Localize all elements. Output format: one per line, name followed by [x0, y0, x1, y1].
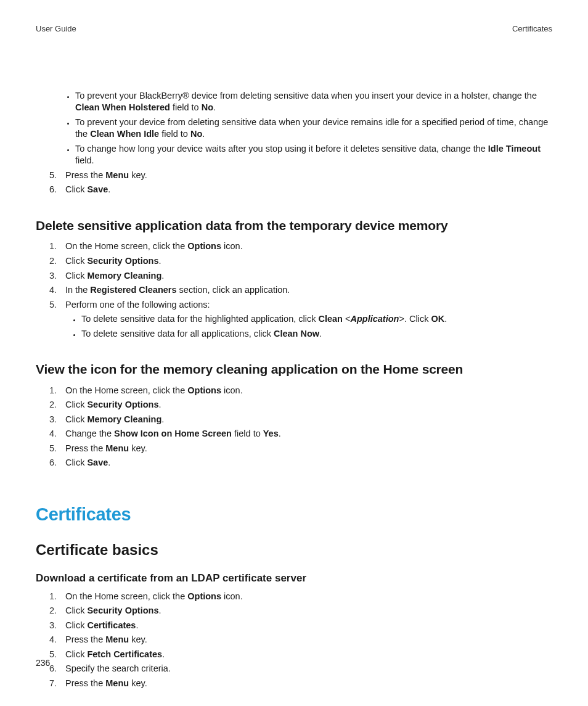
list-item: To prevent your BlackBerry® device from … — [75, 90, 552, 114]
list-item: On the Home screen, click the Options ic… — [59, 240, 552, 253]
list-item: Press the Menu key. — [59, 634, 552, 646]
section-heading-delete-memory: Delete sensitive application data from t… — [36, 217, 552, 234]
list-item: Click Save. — [59, 184, 552, 196]
sec3-steps: On the Home screen, click the Options ic… — [36, 591, 552, 690]
list-item: Press the Menu key. — [59, 443, 552, 455]
list-item: Click Certificates. — [59, 620, 552, 632]
list-item: Change the Show Icon on Home Screen fiel… — [59, 428, 552, 440]
section-heading-view-icon: View the icon for the memory cleaning ap… — [36, 361, 552, 378]
list-item: Specify the search criteria. — [59, 663, 552, 675]
list-item: Click Memory Cleaning. — [59, 270, 552, 282]
list-item: Click Fetch Certificates. — [59, 649, 552, 661]
list-item: In the Registered Cleaners section, clic… — [59, 284, 552, 297]
list-item: Click Security Options. — [59, 399, 552, 411]
list-item: On the Home screen, click the Options ic… — [59, 385, 552, 397]
sec1-steps: On the Home screen, click the Options ic… — [36, 240, 552, 340]
list-item: To prevent your device from deleting sen… — [75, 117, 552, 141]
list-item: Click Security Options. — [59, 255, 552, 268]
topic-heading-download-ldap: Download a certificate from an LDAP cert… — [36, 572, 552, 586]
list-item: Press the Menu key. — [59, 678, 552, 690]
list-item: On the Home screen, click the Options ic… — [59, 591, 552, 603]
sec2-steps: On the Home screen, click the Options ic… — [36, 385, 552, 469]
sec1-sub-bullets: To delete sensitive data for the highlig… — [65, 313, 552, 340]
list-item: Press the Menu key. — [59, 170, 552, 182]
page-header: User Guide Certificates — [36, 23, 552, 35]
page-number: 236 — [36, 657, 50, 669]
list-item: To change how long your device waits aft… — [75, 143, 552, 167]
initial-bullets: To prevent your BlackBerry® device from … — [36, 90, 552, 167]
header-left: User Guide — [36, 23, 76, 35]
list-item: Click Save. — [59, 457, 552, 469]
list-item: To delete sensitive data for all applica… — [81, 328, 552, 340]
continue-steps: Press the Menu key. Click Save. — [36, 170, 552, 196]
list-item: Click Memory Cleaning. — [59, 414, 552, 426]
list-item: Click Security Options. — [59, 605, 552, 617]
chapter-heading-certificates: Certificates — [36, 503, 552, 527]
header-right: Certificates — [512, 23, 552, 35]
list-item: To delete sensitive data for the highlig… — [81, 313, 552, 326]
subchapter-heading-certificate-basics: Certificate basics — [36, 540, 552, 560]
list-item: Perform one of the following actions: To… — [59, 299, 552, 340]
